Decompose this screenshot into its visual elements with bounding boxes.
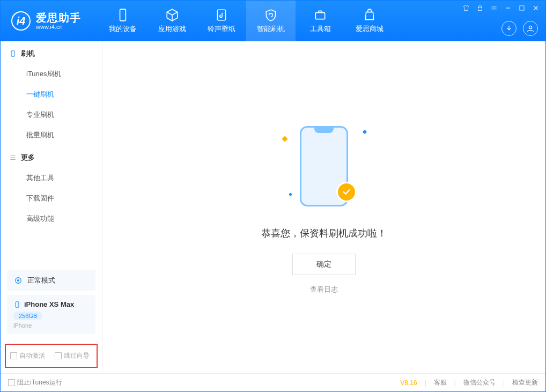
view-log-link[interactable]: 查看日志	[310, 285, 338, 294]
success-illustration	[294, 121, 353, 212]
refresh-shield-icon	[264, 8, 278, 22]
auto-activate-checkbox[interactable]: 自动激活	[10, 351, 45, 360]
device-storage-badge: 256GB	[13, 312, 42, 320]
lock-icon[interactable]	[476, 4, 484, 12]
sidebar-group-flash: 刷机	[1, 41, 102, 64]
svg-point-5	[529, 26, 532, 28]
support-link[interactable]: 客服	[434, 378, 447, 387]
device-card[interactable]: iPhone XS Max 256GB iPhone	[7, 295, 95, 334]
tab-flash[interactable]: 智能刷机	[246, 1, 296, 41]
mode-card[interactable]: 正常模式	[7, 270, 95, 291]
device-type-text: iPhone	[13, 322, 89, 329]
statusbar: 阻止iTunes运行 V8.16 | 客服 | 微信公众号 | 检查更新	[1, 373, 545, 391]
toolbox-icon	[313, 8, 327, 22]
device-phone-icon	[13, 301, 21, 308]
main-content: 恭喜您，保资料刷机成功啦！ 确定 查看日志	[102, 41, 545, 373]
logo-icon: i4	[11, 11, 31, 31]
svg-rect-4	[520, 6, 524, 10]
logo[interactable]: i4 爱思助手 www.i4.cn	[1, 11, 92, 31]
svg-rect-9	[16, 301, 19, 307]
logo-title: 爱思助手	[36, 12, 81, 24]
cube-icon	[165, 8, 179, 22]
close-icon[interactable]	[532, 4, 540, 12]
phone-icon	[116, 8, 130, 22]
minimize-icon[interactable]	[504, 4, 512, 12]
nav-tabs: 我的设备 应用游戏 铃声壁纸 智能刷机 工具箱 爱思商城	[98, 1, 394, 41]
sidebar: 刷机 iTunes刷机 一键刷机 专业刷机 批量刷机 更多 其他工具 下载固件 …	[1, 41, 102, 373]
download-button[interactable]	[501, 21, 517, 36]
svg-rect-0	[120, 9, 126, 21]
success-message: 恭喜您，保资料刷机成功啦！	[261, 227, 387, 240]
options-row: 自动激活 跳过向导	[5, 344, 98, 368]
svg-rect-2	[315, 13, 324, 19]
mode-label: 正常模式	[27, 276, 55, 285]
block-itunes-checkbox[interactable]: 阻止iTunes运行	[8, 378, 62, 387]
logo-subtitle: www.i4.cn	[36, 24, 81, 30]
sidebar-item-other-tools[interactable]: 其他工具	[1, 168, 102, 188]
maximize-icon[interactable]	[518, 4, 526, 12]
check-update-link[interactable]: 检查更新	[512, 378, 538, 387]
sidebar-item-advanced[interactable]: 高级功能	[1, 209, 102, 229]
mode-icon	[13, 276, 23, 285]
skip-guide-checkbox[interactable]: 跳过向导	[55, 351, 90, 360]
device-name-text: iPhone XS Max	[24, 300, 74, 308]
user-button[interactable]	[523, 21, 538, 36]
titlebar: i4 爱思助手 www.i4.cn 我的设备 应用游戏 铃声壁纸 智能刷机	[1, 1, 545, 41]
sidebar-item-download-firmware[interactable]: 下载固件	[1, 188, 102, 209]
svg-rect-1	[217, 10, 225, 20]
tab-store[interactable]: 爱思商城	[345, 1, 394, 41]
tab-ringtones[interactable]: 铃声壁纸	[197, 1, 246, 41]
version-text: V8.16	[400, 379, 417, 387]
sidebar-group-more: 更多	[1, 145, 102, 168]
tab-apps[interactable]: 应用游戏	[147, 1, 197, 41]
svg-rect-3	[478, 8, 482, 10]
check-badge-icon	[336, 182, 357, 202]
app-window: i4 爱思助手 www.i4.cn 我的设备 应用游戏 铃声壁纸 智能刷机	[0, 0, 546, 392]
music-file-icon	[215, 8, 228, 22]
svg-rect-6	[11, 51, 14, 57]
tab-toolbox[interactable]: 工具箱	[296, 1, 345, 41]
sidebar-item-oneclick-flash[interactable]: 一键刷机	[1, 84, 102, 105]
svg-point-8	[17, 279, 19, 282]
ok-button[interactable]: 确定	[292, 254, 356, 275]
shirt-icon[interactable]	[462, 4, 470, 12]
sidebar-item-pro-flash[interactable]: 专业刷机	[1, 105, 102, 125]
sidebar-item-batch-flash[interactable]: 批量刷机	[1, 125, 102, 145]
tab-my-device[interactable]: 我的设备	[98, 1, 147, 41]
device-icon	[9, 50, 17, 57]
shopping-bag-icon	[363, 8, 377, 22]
menu-icon[interactable]	[490, 4, 498, 12]
list-icon	[9, 154, 17, 161]
sidebar-item-itunes-flash[interactable]: iTunes刷机	[1, 64, 102, 84]
wechat-link[interactable]: 微信公众号	[463, 378, 496, 387]
